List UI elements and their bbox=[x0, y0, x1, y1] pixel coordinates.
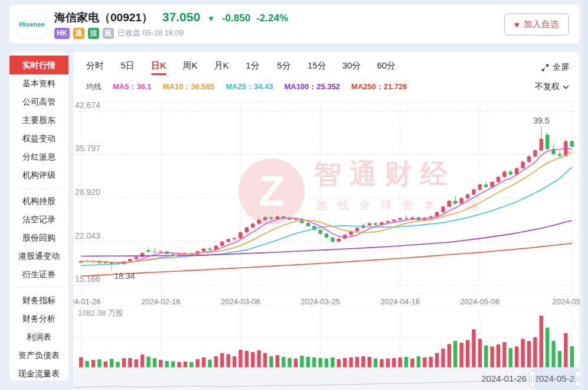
volume-bar bbox=[288, 358, 291, 368]
volume-bar bbox=[202, 358, 205, 368]
heart-icon: ♥ bbox=[514, 20, 520, 29]
tab-label: 月K bbox=[214, 60, 228, 72]
volume-bar bbox=[509, 348, 512, 368]
fullscreen-button[interactable]: 全屏 bbox=[541, 62, 569, 73]
sidebar-item[interactable]: 机构评级 bbox=[9, 166, 68, 184]
candle-body bbox=[245, 228, 249, 232]
tab-5分[interactable]: 5分 bbox=[276, 60, 292, 75]
volume-bar bbox=[398, 358, 402, 368]
volume-bar bbox=[110, 359, 113, 368]
volume-bar bbox=[177, 362, 181, 368]
sidebar-item[interactable]: 财务分析 bbox=[9, 310, 68, 328]
sidebar-item[interactable]: 股份回购 bbox=[9, 229, 68, 247]
tab-label: 周K bbox=[182, 60, 197, 72]
sidebar-item[interactable]: 基本资料 bbox=[9, 74, 68, 93]
low-annotation: 18.34 bbox=[114, 271, 135, 281]
fullscreen-icon bbox=[541, 64, 549, 72]
volume-bar bbox=[122, 358, 126, 368]
candle-body bbox=[306, 223, 310, 226]
tab-label: 5分 bbox=[277, 60, 290, 72]
sidebar-item[interactable]: 资产负债表 bbox=[9, 346, 68, 365]
tab-60分[interactable]: 60分 bbox=[377, 60, 396, 75]
volume-bar bbox=[165, 361, 169, 368]
volume-axis-label: 1082.38 万股 bbox=[78, 308, 123, 317]
sidebar-item[interactable]: 沽空记录 bbox=[9, 210, 68, 229]
sidebar-item[interactable]: 权益变动 bbox=[9, 129, 68, 148]
volume-bar bbox=[521, 339, 524, 368]
volume-bar bbox=[570, 346, 574, 368]
candle-body bbox=[355, 228, 359, 232]
volume-bar bbox=[85, 361, 89, 368]
sidebar-item[interactable]: 分红派息 bbox=[9, 148, 68, 166]
sidebar-item[interactable]: 财务指标 bbox=[9, 291, 68, 310]
volume-bar bbox=[417, 356, 420, 368]
page-scrollbar[interactable] bbox=[583, 0, 588, 390]
volume-bar bbox=[435, 353, 439, 368]
y-axis-label: 35.797 bbox=[75, 144, 100, 153]
candle-body bbox=[484, 184, 488, 187]
candle-body bbox=[478, 184, 482, 190]
add-watchlist-button[interactable]: ♥ 加入自选 bbox=[504, 14, 569, 35]
tab-周K[interactable]: 周K bbox=[182, 60, 198, 75]
candle-body bbox=[159, 252, 162, 252]
badge-HK: HK bbox=[54, 28, 70, 39]
sidebar-item[interactable]: 主要股东 bbox=[9, 111, 68, 129]
tab-月K[interactable]: 月K bbox=[214, 60, 229, 75]
candle-body bbox=[135, 257, 138, 259]
volume-bar bbox=[141, 355, 144, 368]
sidebar-item[interactable]: 利润表 bbox=[9, 328, 68, 346]
ma-prefix: 均线 bbox=[86, 82, 102, 92]
volume-bar bbox=[349, 358, 352, 368]
volume-bar bbox=[300, 356, 303, 368]
candle-body bbox=[533, 151, 537, 157]
sidebar-item[interactable]: 公司高管 bbox=[9, 93, 68, 111]
tab-label: 分时 bbox=[86, 60, 104, 72]
tab-1分[interactable]: 1分 bbox=[245, 60, 260, 75]
sidebar-item[interactable]: 实时行情 bbox=[9, 56, 68, 74]
watermark-symbol: Z bbox=[259, 167, 285, 214]
volume-bar bbox=[159, 360, 162, 368]
candle-body bbox=[337, 239, 341, 242]
volume-bar bbox=[490, 346, 494, 368]
badge-通: 通 bbox=[73, 28, 84, 39]
tab-5日[interactable]: 5日 bbox=[120, 60, 135, 75]
navigator-left-handle[interactable] bbox=[530, 371, 536, 386]
volume-bar bbox=[484, 346, 488, 368]
tab-日K[interactable]: 日K bbox=[151, 60, 166, 75]
tab-15分[interactable]: 15分 bbox=[308, 60, 326, 75]
add-watchlist-label: 加入自选 bbox=[524, 19, 559, 30]
candle-body bbox=[570, 141, 574, 147]
market-status: 已收盘 05-28 16:09 bbox=[117, 28, 184, 38]
tab-30分[interactable]: 30分 bbox=[342, 60, 361, 75]
volume-bar bbox=[466, 340, 469, 368]
candle-body bbox=[220, 242, 224, 246]
watermark-title: 智通财经 bbox=[313, 158, 456, 189]
volume-bar bbox=[361, 356, 365, 368]
candle-body bbox=[392, 220, 396, 221]
tab-分时[interactable]: 分时 bbox=[86, 60, 104, 75]
tab-label: 15分 bbox=[308, 60, 326, 72]
x-axis-label: 2024-03-06 bbox=[221, 297, 260, 306]
sidebar-item[interactable]: 机构持股 bbox=[9, 192, 68, 210]
candle-body bbox=[239, 232, 242, 238]
x-axis-label: 2024-01-26 bbox=[73, 297, 100, 306]
sidebar-item[interactable]: 衍生证券 bbox=[9, 265, 68, 284]
candlestick-chart[interactable]: 42.67435.79728.92022.04315.166Z智通财经连 线 全… bbox=[73, 93, 580, 390]
volume-bar bbox=[116, 362, 119, 368]
volume-bar bbox=[355, 357, 359, 368]
volume-bar bbox=[558, 351, 561, 368]
volume-bar bbox=[190, 362, 193, 368]
volume-bar bbox=[429, 357, 433, 368]
volume-bar bbox=[527, 341, 531, 368]
volume-bar bbox=[404, 357, 408, 368]
divider bbox=[15, 287, 63, 288]
sidebar-item[interactable]: 现金流量表 bbox=[9, 365, 68, 383]
volume-bar bbox=[478, 339, 482, 368]
volume-bar bbox=[502, 342, 506, 368]
candle-body bbox=[472, 190, 475, 194]
volume-bar bbox=[294, 359, 298, 368]
down-triangle-icon: ▼ bbox=[207, 14, 215, 23]
adjust-type-dropdown[interactable]: 不复权 bbox=[535, 82, 569, 92]
sidebar-item[interactable]: 港股通变动 bbox=[9, 247, 68, 265]
volume-bar bbox=[239, 350, 242, 368]
